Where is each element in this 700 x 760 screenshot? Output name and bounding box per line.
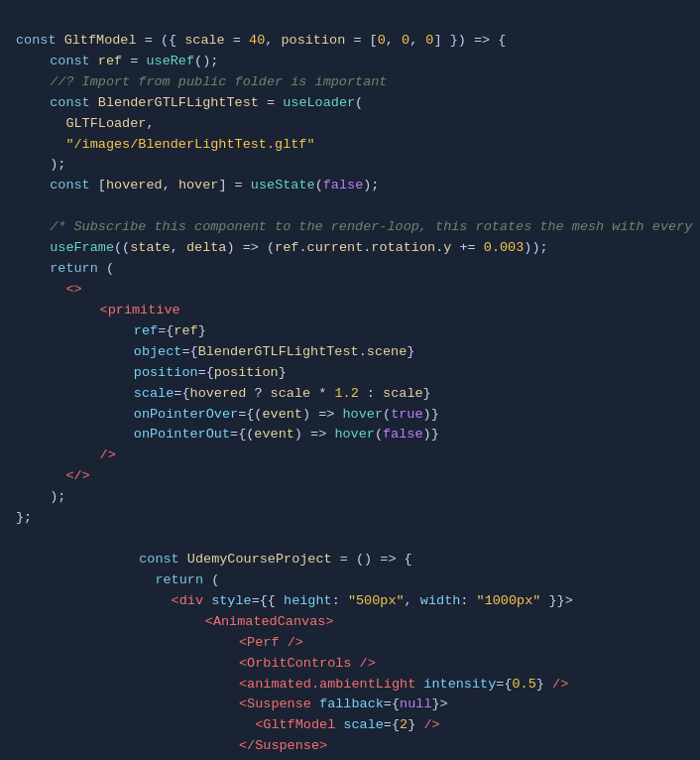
code-editor: const GltfModel = ({ scale = 40, positio… xyxy=(16,10,684,760)
